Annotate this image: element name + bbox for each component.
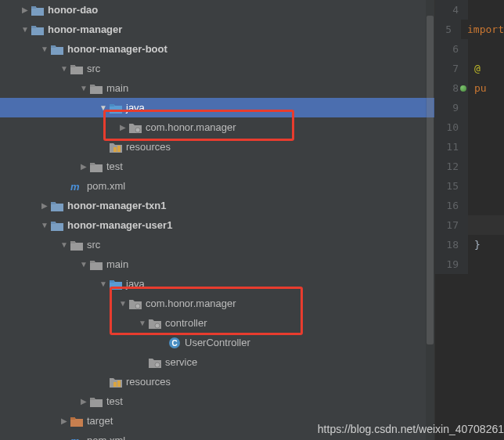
tree-item-label: controller [165,317,207,329]
code-line[interactable]: 19 [435,254,504,274]
svg-rect-21 [113,382,117,387]
chevron-right-icon[interactable]: ▶ [117,123,128,132]
line-number: 9 [435,98,468,117]
code-text: @ [468,63,481,74]
code-line[interactable]: 8pu [435,78,504,98]
code-line[interactable]: 17 [435,215,504,235]
tree-row[interactable]: ▼src [0,235,434,254]
chevron-down-icon[interactable]: ▼ [59,240,70,249]
chevron-down-icon[interactable]: ▼ [78,84,89,92]
tree-row[interactable]: ▶honor-dao [0,0,434,20]
folder-icon [70,63,84,75]
tree-row[interactable]: ▼main [0,78,434,98]
tree-row[interactable]: ▼com.honor.manager [0,294,434,313]
code-line[interactable]: 5import [435,20,504,39]
svg-rect-11 [51,202,56,204]
chevron-down-icon[interactable]: ▼ [117,299,128,308]
module-icon [31,4,45,16]
svg-point-6 [135,128,140,132]
line-number: 12 [435,157,468,176]
folder-icon [70,239,84,251]
code-line[interactable]: 18} [435,235,504,254]
tree-row[interactable]: ▼src [0,59,434,78]
svg-point-20 [155,362,160,367]
class-icon: C [167,337,182,349]
chevron-down-icon[interactable]: ▼ [98,103,109,112]
code-line[interactable]: 6 [435,39,504,59]
svg-rect-24 [70,417,75,420]
tree-row[interactable]: ▼java [0,98,434,117]
svg-point-16 [135,304,140,308]
package-icon [128,298,142,310]
chevron-down-icon[interactable]: ▼ [39,221,50,229]
tree-row[interactable]: ▼controller [0,313,434,333]
tree-row[interactable]: service [0,352,434,372]
tree-row[interactable]: mpom.xml [0,176,434,196]
chevron-right-icon[interactable]: ▶ [78,162,89,171]
tree-item-label: resources [126,141,171,153]
tree-row[interactable]: ▶test [0,157,434,176]
code-line[interactable]: 15 [435,176,504,196]
module-icon [50,200,64,212]
code-line[interactable]: 7@ [435,59,504,78]
tree-item-label: com.honor.manager [146,298,236,309]
chevron-right-icon[interactable]: ▶ [39,201,50,210]
tree-item-label: honor-manager-user1 [67,219,172,231]
gutter-run-icon[interactable] [460,85,466,92]
line-number: 5 [435,20,461,39]
tree-item-label: resources [126,376,171,388]
code-text: pu [468,82,487,94]
tree-row[interactable]: ▼main [0,254,434,274]
tree-item-label: java [126,278,145,290]
chevron-right-icon[interactable]: ▶ [20,5,31,14]
tree-item-label: honor-manager-txn1 [67,200,166,211]
code-line[interactable]: 10 [435,117,504,137]
tree-row[interactable]: ▶honor-manager-txn1 [0,196,434,215]
tree-item-label: src [87,63,100,74]
package-icon [148,356,162,369]
line-number: 18 [435,235,468,254]
tree-row[interactable]: ▶test [0,391,434,411]
chevron-down-icon[interactable]: ▼ [78,260,89,269]
line-number: 10 [435,117,468,137]
project-tree-panel[interactable]: ▶honor-dao▼honor-manager▼honor-manager-b… [0,0,434,440]
line-number: 6 [435,39,468,59]
svg-rect-7 [113,147,117,152]
line-number: 11 [435,137,468,157]
package-icon [148,317,162,330]
tree-row[interactable]: ▶target [0,411,434,431]
tree-item-label: honor-manager [48,23,122,35]
tree-row[interactable]: ▼honor-manager-boot [0,39,434,59]
code-line[interactable]: 11 [435,137,504,157]
chevron-right-icon[interactable]: ▶ [78,397,89,406]
code-line[interactable]: 12 [435,157,504,176]
chevron-down-icon[interactable]: ▼ [20,25,31,34]
tree-row[interactable]: resources [0,372,434,391]
tree-row[interactable]: CUserController [0,333,434,352]
svg-rect-2 [51,45,56,48]
chevron-down-icon[interactable]: ▼ [137,319,148,327]
tree-item-label: service [165,356,197,368]
svg-rect-23 [90,398,95,400]
chevron-down-icon[interactable]: ▼ [59,64,70,73]
code-line[interactable]: 4 [435,0,504,20]
code-line[interactable]: 16 [435,196,504,215]
tree-row[interactable]: ▼java [0,274,434,294]
source-folder-icon [109,102,123,114]
tree-row[interactable]: mpom.xml [0,431,434,440]
line-number: 7 [435,59,468,78]
code-line[interactable]: 9 [435,98,504,117]
tree-row[interactable]: ▼honor-manager-user1 [0,215,434,235]
tree-row[interactable]: resources [0,137,434,157]
tree-scrollbar[interactable] [426,0,434,440]
tree-row[interactable]: ▶com.honor.manager [0,117,434,137]
chevron-right-icon[interactable]: ▶ [59,417,70,425]
chevron-down-icon[interactable]: ▼ [98,280,109,288]
tree-row[interactable]: ▼honor-manager [0,20,434,39]
package-icon [128,121,142,134]
resource-folder-icon [109,376,123,388]
editor-panel[interactable]: 45import67@8pu910111215161718}19 [434,0,504,440]
line-number: 4 [435,0,468,20]
chevron-down-icon[interactable]: ▼ [39,45,50,53]
tree-scrollbar-thumb[interactable] [427,16,434,344]
